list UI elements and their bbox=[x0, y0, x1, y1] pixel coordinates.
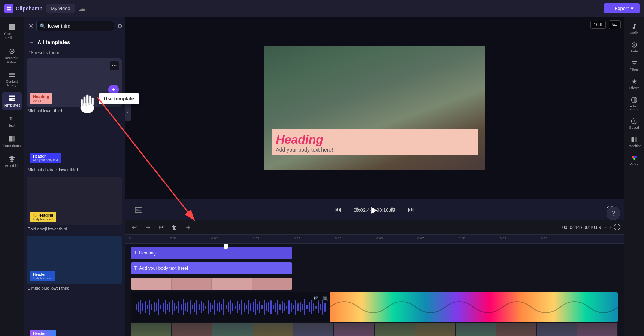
app-logo[interactable]: Clipchamp bbox=[4, 4, 43, 13]
right-sidebar-item-transition[interactable]: Transition bbox=[626, 133, 643, 151]
record-icon bbox=[8, 48, 16, 55]
right-sidebar-item-effects[interactable]: Effects bbox=[626, 75, 643, 93]
sidebar-item-transitions[interactable]: Transitions bbox=[2, 132, 22, 151]
template-label-3: Bold emoji lower third bbox=[27, 225, 122, 233]
heading-track-row: T Heading bbox=[125, 246, 624, 260]
template-minimal-lower-third[interactable]: Heading 00:03 ··· + Minimal lower third bbox=[27, 58, 122, 114]
collapse-panel-button[interactable]: ‹ bbox=[125, 103, 131, 121]
right-sidebar-label-speed: Speed bbox=[629, 126, 639, 129]
svg-rect-83 bbox=[264, 300, 265, 315]
ruler-mark-9: 0:09 bbox=[500, 236, 507, 240]
right-sidebar-item-adjust-colors[interactable]: Adjust colors bbox=[626, 94, 643, 114]
template-more-button-1[interactable]: ··· bbox=[110, 61, 119, 70]
thumb-3 bbox=[212, 323, 253, 336]
sidebar-item-content-library[interactable]: Content library bbox=[2, 68, 22, 90]
undo-button[interactable]: ↩ bbox=[129, 222, 139, 233]
lower-third-body: Add your body text here! bbox=[276, 147, 473, 153]
aspect-ratio-badge[interactable]: 16:9 bbox=[590, 21, 606, 29]
sidebar-item-text[interactable]: T Text bbox=[2, 112, 22, 131]
svg-rect-105 bbox=[313, 303, 314, 311]
svg-rect-0 bbox=[7, 6, 9, 8]
cut-button[interactable]: ✂ bbox=[156, 222, 166, 233]
sidebar-item-record-create[interactable]: Record & create bbox=[2, 45, 22, 67]
svg-rect-77 bbox=[250, 303, 251, 311]
tpl4-header: Header bbox=[33, 272, 52, 277]
tpl3-content: 😊 Heading body text here! bbox=[30, 212, 56, 222]
svg-rect-12 bbox=[9, 76, 15, 77]
svg-rect-43 bbox=[174, 303, 175, 311]
svg-rect-44 bbox=[176, 306, 177, 309]
sidebar-item-brand-kit[interactable]: Brand kit bbox=[2, 152, 22, 171]
panel-close-button[interactable]: ✕ bbox=[28, 22, 33, 30]
video-tab[interactable]: My video bbox=[46, 4, 75, 13]
waveform-container: 📷 🔊 bbox=[131, 292, 330, 322]
template-thumb-3: 😊 Heading body text here! bbox=[27, 177, 122, 225]
video-thumb-track[interactable] bbox=[131, 323, 618, 336]
svg-rect-88 bbox=[275, 303, 276, 312]
zoom-in-button[interactable]: + bbox=[609, 224, 613, 231]
sidebar-item-templates[interactable]: Templates bbox=[2, 92, 22, 110]
export-button[interactable]: ↑ Export ▾ bbox=[604, 3, 640, 13]
svg-rect-5 bbox=[12, 24, 15, 27]
timeline-fullscreen-button[interactable]: ⛶ bbox=[614, 224, 620, 231]
thumb-7 bbox=[375, 323, 415, 336]
brand-icon bbox=[8, 155, 16, 163]
heading-track[interactable]: T Heading bbox=[131, 247, 292, 259]
svg-rect-94 bbox=[288, 300, 290, 314]
back-to-all-templates-button[interactable]: ← bbox=[28, 39, 34, 46]
audio-track[interactable]: 📷 🔊 bbox=[131, 292, 618, 322]
svg-rect-3 bbox=[9, 9, 11, 10]
svg-rect-97 bbox=[295, 300, 296, 315]
svg-rect-81 bbox=[259, 301, 260, 313]
svg-rect-86 bbox=[270, 300, 272, 314]
right-sidebar-label-transition: Transition bbox=[627, 144, 641, 148]
right-sidebar-item-color[interactable]: Color bbox=[626, 152, 643, 169]
color-icon bbox=[631, 155, 638, 161]
right-sidebar-label-adjust-colors: Adjust colors bbox=[628, 104, 641, 111]
audio-icon: 🔊 bbox=[312, 294, 319, 301]
right-sidebar-item-filters[interactable]: Filters bbox=[626, 57, 643, 74]
template-simple-blue[interactable]: Header body text here Simple blue lower … bbox=[27, 236, 122, 292]
split-button[interactable]: ⊕ bbox=[183, 222, 193, 233]
template-bold-emoji[interactable]: 😊 Heading body text here! Bold emoji low… bbox=[27, 177, 122, 233]
thumb-6 bbox=[334, 323, 374, 336]
filter-button[interactable]: ⚙ bbox=[117, 22, 123, 30]
svg-rect-106 bbox=[315, 306, 317, 309]
zoom-out-button[interactable]: − bbox=[604, 224, 607, 231]
ruler-mark-7: 0:07 bbox=[417, 236, 424, 240]
svg-rect-4 bbox=[9, 24, 12, 27]
timeline-zoom-controls: − + ⛶ bbox=[604, 224, 620, 231]
svg-rect-39 bbox=[165, 300, 166, 314]
svg-rect-65 bbox=[223, 299, 224, 315]
svg-rect-98 bbox=[297, 303, 299, 311]
right-sidebar-item-speed[interactable]: Speed bbox=[626, 115, 643, 132]
playhead[interactable] bbox=[226, 244, 226, 291]
body-track[interactable]: T Add your body text here! bbox=[131, 262, 292, 274]
svg-rect-72 bbox=[239, 304, 240, 310]
right-sidebar-item-audio[interactable]: Audio bbox=[626, 20, 643, 38]
rewind-button[interactable]: ⏮ bbox=[332, 204, 344, 216]
sidebar-item-your-media[interactable]: Your media bbox=[2, 20, 22, 43]
redo-button[interactable]: ↪ bbox=[142, 222, 153, 233]
delete-button[interactable]: 🗑 bbox=[169, 222, 180, 233]
svg-rect-104 bbox=[311, 300, 312, 314]
svg-rect-34 bbox=[154, 302, 155, 312]
audio-sidebar-icon bbox=[631, 23, 638, 30]
help-button[interactable]: ? bbox=[607, 207, 620, 220]
pink-media-track[interactable] bbox=[131, 278, 292, 290]
captions-button[interactable] bbox=[609, 20, 621, 29]
subtitle-toggle-button[interactable] bbox=[133, 204, 145, 216]
thumb-4 bbox=[253, 323, 293, 336]
search-input[interactable] bbox=[48, 23, 111, 29]
svg-rect-15 bbox=[12, 98, 15, 99]
template-minimal-abstract[interactable]: Header Add your body text Minimal abstra… bbox=[27, 117, 122, 174]
skip-end-button[interactable]: ⏭ bbox=[405, 204, 417, 216]
text-icon: T bbox=[8, 115, 16, 122]
svg-rect-7 bbox=[12, 27, 15, 30]
pink-segment-2 bbox=[172, 278, 212, 290]
svg-rect-69 bbox=[232, 303, 233, 311]
right-sidebar-item-fade[interactable]: Fade bbox=[626, 39, 643, 56]
preview-area: 16:9 Heading bbox=[125, 17, 624, 199]
template-bold-gradient[interactable]: Header body text here! Bold gradient low… bbox=[27, 295, 122, 336]
colorful-waveform bbox=[330, 292, 618, 322]
